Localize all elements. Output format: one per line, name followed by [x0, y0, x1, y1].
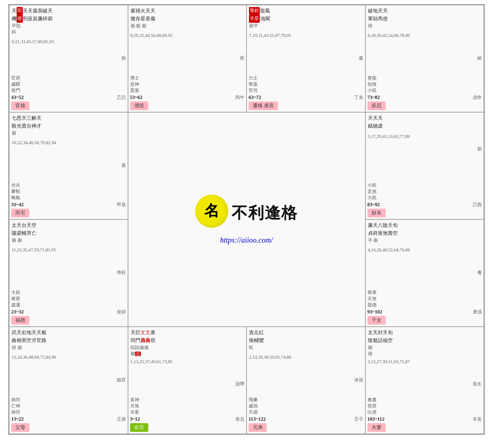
palace-c10: 命宮 — [130, 423, 245, 432]
aux-c5: 伏兵攀鞍晦氣 — [11, 182, 126, 201]
stars-line1-c2: 紫祿火天天 — [130, 7, 244, 15]
fate-c8: 養 — [477, 270, 482, 276]
age-c11: 113~122 — [249, 416, 266, 422]
aux-c12: 奏書指背白虎 — [367, 397, 482, 415]
palace-c6: 財帛 — [367, 209, 482, 217]
status-c2: 廟 廟 廟 — [130, 23, 244, 29]
bottom-c4: 青龍劫煞小耗 73~82 戊申 疾厄 — [367, 74, 482, 110]
bottom-c11: 飛廉威池天德 113~122 壬子 兄弟 — [249, 396, 363, 432]
numbers-c11: 2,14,26,38,50,62,74,86 — [249, 354, 291, 359]
fate-c6: 胎 — [477, 146, 482, 152]
aux-c2: 博士息神貫索 — [130, 75, 245, 94]
stars-c10-1: 天巨文文寡 — [130, 329, 244, 337]
badge-yang: 羊星 — [249, 15, 260, 23]
status-c4: 得 — [368, 23, 482, 29]
numbers-c9: 12,24,36,48,60,72,84,96 — [12, 354, 56, 359]
branch-c2: 丙午 — [235, 94, 244, 101]
age-c6: 83~92 — [367, 202, 380, 208]
number-area-c8: 4,16,28,40,52,64,76,88 養 — [368, 247, 482, 253]
number-area-c5: 10,22,34,46,58,70,82,94 衰 — [12, 140, 126, 146]
fate-c12: 長生 — [473, 381, 482, 387]
palace-badge-c2: 僕役 — [130, 101, 148, 110]
numbers-c10: 1,13,25,37,49,61,73,85 — [130, 359, 173, 364]
age-row-c7: 23~32 癸卯 — [11, 309, 126, 315]
age-row-c6: 83~92 己西 — [367, 202, 482, 208]
aux-c10: 喜神月煞吊客 — [130, 397, 245, 415]
palace-c4: 疾厄 — [367, 101, 482, 110]
age-c9: 13~22 — [11, 416, 24, 422]
age-c4: 73~82 — [367, 94, 380, 101]
extra1: 科 — [12, 29, 126, 35]
palace-c9: 父母 — [11, 423, 126, 432]
number-area-c12: 3,15,27,39,51,63,75,87 長生 — [368, 359, 482, 365]
number-area-c6: 5,17,29,41,53,65,77,89 胎 — [368, 133, 482, 140]
bottom-c8: 將軍天煞龍德 93~102 庚戌 子女 — [367, 289, 482, 325]
numbers1: 9,21,33,45,57,69,81,93 — [12, 39, 54, 44]
number-area-c9: 12,24,36,48,60,72,84,96 臨官 — [12, 354, 126, 360]
cell-bottom-center-right: 貪左紅 狼輔鸞 旺 2,14,26,38,50,62,74,86 沐浴 飛廉威池… — [247, 327, 365, 434]
quan-label: 權 — [130, 351, 135, 356]
status-c7: 廟 廟 — [12, 237, 126, 243]
fate-c7: 帝旺 — [117, 270, 126, 276]
cell-bottom-left: 武天右地天天截 曲相弼空月官路 得 廟 12,24,36,48,60,72,84… — [9, 327, 128, 434]
age-c5: 33~42 — [11, 202, 24, 208]
palace-badge-c12: 夫妻 — [367, 423, 386, 432]
age-row-c5: 33~42 甲辰 — [11, 202, 126, 208]
bottom-c5: 伏兵攀鞍晦氣 33~42 甲辰 田宅 — [11, 181, 126, 217]
number-area-c4: 6,18,30,42,54,66,78,90 絕 — [368, 32, 482, 39]
stars-line2-c3: 羊星池閣 — [249, 15, 363, 23]
number-area-c3: 7,19,31,43,55,67,79,91 墓 — [249, 32, 363, 39]
stars-c11-2: 狼輔鸞 — [249, 337, 363, 344]
stars-c10-2: 同門昌曲宿 — [130, 337, 244, 344]
age-row-c10: 3~12 癸丑 — [130, 416, 245, 422]
palace1: 官祿 — [11, 101, 126, 110]
fate-c2: 死 — [240, 55, 244, 61]
stars-c7-2: 陽梁輔哭亡 — [12, 229, 126, 237]
fate-c4: 絕 — [477, 55, 482, 61]
palace-c11: 兄弟 — [249, 423, 363, 432]
bottom1: 官府歲驛喪門 43~52 乙巳 官祿 — [11, 74, 126, 110]
branch-c6: 己西 — [473, 202, 482, 208]
age-c8: 93~102 — [367, 309, 382, 315]
branch-c8: 庚戌 — [473, 309, 482, 315]
cell-mid2-right: 廉天八陰天旬 貞府座煞壽空 平 廟 4,16,28,40,52,64,76,88… — [365, 219, 484, 327]
numbers-c5: 10,22,34,46,58,70,82,94 — [12, 140, 56, 145]
cell-center: 名 不利逢格 https://aiioo.com/ — [128, 112, 365, 327]
number-area-c10: 1,13,25,37,49,61,73,85 冠帶 — [130, 359, 244, 365]
status-c12: 廟 — [368, 344, 482, 351]
stars-line2-c4: 軍劫馬使 — [368, 15, 482, 23]
aux-c8: 將軍天煞龍德 — [367, 289, 482, 308]
bottom-c2: 博士息神貫索 53~62 丙午 僕役 — [130, 74, 245, 110]
aux-c9: 病符亡神病符 — [11, 397, 126, 415]
age-row-c2: 53~62 丙午 — [130, 94, 245, 101]
stars-c8-2: 貞府座煞壽空 — [368, 229, 482, 237]
center-content: 名 不利逢格 — [195, 195, 298, 232]
age-c10: 3~12 — [130, 416, 140, 422]
badge-luo: 羅 — [17, 15, 23, 23]
palace-c3: 遷移 身宮 — [249, 101, 363, 110]
cell-mid-right: 天天天 鉞姚虛 5,17,29,41,53,65,77,89 胎 小耗災煞大耗 … — [365, 112, 484, 219]
palace-badge-c7: 福德 — [11, 316, 29, 325]
status1: 平陷 — [12, 23, 126, 29]
cell-bottom-right: 太天封天旬 陰魁詰福空 廟 祿 3,15,27,39,51,63,75,87 長… — [365, 327, 484, 434]
numbers-c6: 5,17,29,41,53,65,77,89 — [368, 134, 410, 139]
bottom-c6: 小耗災煞大耗 83~92 己西 財帛 — [367, 181, 482, 217]
palace-c2: 僕役 — [130, 101, 245, 110]
stars-c6-2: 鉞姚虛 — [368, 122, 482, 130]
palace-c5: 田宅 — [11, 209, 126, 217]
cell-top-left: 天陀天天孤翡破天 機羅刑巫辰廉碎廚 平陷 科 9,21,33,45,57,69,… — [9, 5, 128, 112]
main-grid: 天陀天天孤翡破天 機羅刑巫辰廉碎廚 平陷 科 9,21,33,45,57,69,… — [8, 4, 485, 435]
badge-qing: 擎鈴 — [249, 7, 260, 15]
bottom-c10: 喜神月煞吊客 3~12 癸丑 命宮 — [130, 396, 245, 432]
cell-top-center-left: 紫祿火天天 微存星喜傷 廟 廟 廟 8,20,32,44,56,68,80,92… — [128, 5, 247, 112]
stars-c11-1: 貪左紅 — [249, 329, 363, 337]
bottom-c3: 力士華蓋官符 63~72 丁未 遷移 身宮 — [249, 74, 363, 110]
branch-c3: 丁未 — [354, 94, 363, 101]
aux-labels1: 官府歲驛喪門 — [11, 75, 126, 94]
number-area-c11: 2,14,26,38,50,62,74,86 沐浴 — [249, 354, 363, 360]
number-area-c7: 11,23,35,47,59,71,83,95 帝旺 — [12, 247, 126, 253]
age-row-c3: 63~72 丁未 — [249, 94, 363, 101]
bottom-c7: 大耗將星歲運 23~32 癸卯 福德 — [11, 289, 126, 325]
stars-c9-1: 武天右地天天截 — [12, 329, 126, 337]
age-c7: 23~32 — [11, 309, 24, 315]
